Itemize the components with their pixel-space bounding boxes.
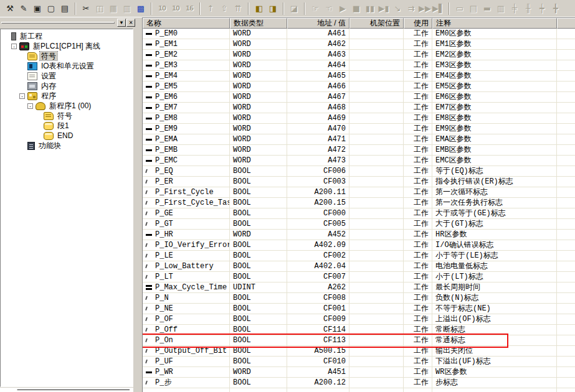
tree-item--[interactable]: 设置 bbox=[1, 71, 133, 81]
table-row[interactable]: P_EM4WORDA465工作EM4区参数 bbox=[143, 71, 575, 82]
data-type-cell: WORD bbox=[230, 367, 287, 378]
table-row[interactable]: P_First_CycleBOOLA200.11工作第一次循环标志 bbox=[143, 187, 575, 198]
usage-cell: 工作 bbox=[404, 166, 432, 177]
table-row[interactable]: P_EM1WORDA462工作EM1区参数 bbox=[143, 39, 575, 50]
symbol-name-cell: P_ER bbox=[143, 177, 230, 187]
properties-icon[interactable]: ▤ bbox=[58, 2, 72, 16]
binary-monitor-icon[interactable]: ▩ bbox=[134, 2, 148, 16]
dropdown-icon[interactable]: ▼ bbox=[117, 19, 126, 27]
spare-cell bbox=[557, 124, 575, 134]
symbol-type-icon bbox=[146, 371, 152, 373]
tree-item--[interactable]: 符号 bbox=[1, 51, 133, 61]
table-row[interactable]: P_IO_Verify_ErrorBOOLA402.09工作I/O确认错误标志 bbox=[143, 240, 575, 251]
data-type-cell: WORD bbox=[230, 50, 287, 60]
table-row[interactable]: P_EM5WORDA466工作EM5区参数 bbox=[143, 82, 575, 92]
address-cell: A473 bbox=[287, 156, 349, 166]
table-row[interactable]: P_EM0WORDA461工作EM0区参数 bbox=[143, 29, 575, 39]
column-header-机架位置[interactable]: 机架位置 bbox=[349, 18, 404, 29]
tree-item--[interactable]: 符号 bbox=[1, 111, 133, 121]
usage-cell: 工作 bbox=[404, 156, 432, 166]
symbol-type-icon bbox=[146, 54, 152, 56]
rack-cell bbox=[349, 378, 404, 388]
workspace-titlebar[interactable]: ▼ ✕ bbox=[0, 17, 136, 28]
column-header-名称[interactable]: 名称 bbox=[143, 18, 230, 29]
symbol-type-icon bbox=[146, 139, 152, 141]
table-row[interactable]: P_UFBOOLCF010工作下溢出(UF)标志 bbox=[143, 357, 575, 367]
column-header-数据类型[interactable]: 数据类型 bbox=[230, 18, 287, 29]
close-icon[interactable]: ✕ bbox=[126, 19, 135, 27]
table-row[interactable]: P_GTBOOLCF005工作大于(GT)标志 bbox=[143, 219, 575, 230]
symbol-name: P_ER bbox=[155, 177, 173, 187]
symbols-icon bbox=[27, 52, 37, 60]
column-header-使用[interactable]: 使用 bbox=[404, 18, 432, 29]
tree-item--[interactable]: -程序 bbox=[1, 91, 133, 101]
symbol-name: P_EM0 bbox=[155, 29, 178, 39]
project-tab[interactable] bbox=[25, 390, 130, 390]
tree-item--[interactable]: 内存 bbox=[1, 81, 133, 91]
tree-item-label: END bbox=[56, 131, 74, 140]
table-row[interactable]: P_NBOOLCF008工作负数(N)标志 bbox=[143, 293, 575, 304]
table-row[interactable]: P_HRWORDA452工作HR区参数 bbox=[143, 230, 575, 240]
table-row[interactable]: P_WRWORDA451工作WR区参数 bbox=[143, 367, 575, 378]
address-cell: CF002 bbox=[287, 251, 349, 261]
table-row[interactable]: P_EMCWORDA473工作EMC区参数 bbox=[143, 156, 575, 166]
symbol-name: P_Low_Battery bbox=[155, 261, 214, 271]
online-work-icon[interactable]: ◧ bbox=[252, 2, 266, 16]
table-row[interactable]: P_Low_BatteryBOOLA402.04工作电池电量低标志 bbox=[143, 261, 575, 272]
data-type-cell: UDINT bbox=[230, 282, 287, 293]
table-row[interactable]: P_步BOOLA200.12工作步标志 bbox=[143, 378, 575, 388]
tree-item-label: 内存 bbox=[40, 82, 57, 90]
table-row[interactable]: P_OffBOOLCF114工作常断标志 bbox=[143, 325, 575, 335]
expander-icon[interactable]: - bbox=[19, 93, 25, 99]
io-icon bbox=[27, 62, 37, 70]
table-row[interactable]: P_NEBOOLCF001工作不等于标志(NE) bbox=[143, 304, 575, 314]
table-row[interactable]: P_EM3WORDA464工作EM3区参数 bbox=[143, 60, 575, 71]
table-row[interactable]: P_Output_Off_BitBOOLA500.15工作输出关闭位 bbox=[143, 346, 575, 357]
move-up-icon: ↑ bbox=[204, 2, 217, 16]
column-header-地址 / 值[interactable]: 地址 / 值 bbox=[287, 18, 349, 29]
tree-item--1[interactable]: 段1 bbox=[1, 121, 133, 131]
symbol-type-icon bbox=[146, 44, 152, 45]
symbol-type-icon bbox=[145, 317, 148, 322]
table-row[interactable]: P_ERBOOLCF003工作指令执行错误(ER)标志 bbox=[143, 177, 575, 187]
table-row[interactable]: P_EM8WORDA469工作EM8区参数 bbox=[143, 113, 575, 124]
tree-item--[interactable]: 新工程 bbox=[1, 31, 133, 41]
copy-window-icon[interactable]: ▣ bbox=[31, 2, 44, 16]
symbol-name-cell: P_EMB bbox=[143, 145, 230, 156]
table-row[interactable]: P_EM7WORDA468工作EM7区参数 bbox=[143, 103, 575, 113]
expander-icon[interactable]: - bbox=[11, 44, 17, 49]
column-header-spare[interactable] bbox=[557, 18, 575, 29]
symbol-name: P_UF bbox=[155, 357, 173, 366]
table-row[interactable]: P_GEBOOLCF000工作大于或等于(GE)标志 bbox=[143, 208, 575, 219]
table-row[interactable]: P_EQBOOLCF006工作等于(EQ)标志 bbox=[143, 166, 575, 177]
cut-icon[interactable]: ✂ bbox=[79, 2, 93, 16]
tree-item-label: 设置 bbox=[40, 72, 57, 80]
table-row[interactable]: P_EM6WORDA467工作EM6区参数 bbox=[143, 92, 575, 103]
table-row[interactable]: P_First_Cycle_TaskBOOLA200.15工作第一次任务执行标志 bbox=[143, 198, 575, 208]
table-row[interactable]: P_OnBOOLCF113工作常通标志 bbox=[143, 335, 575, 346]
tree-item--1-00-[interactable]: -新程序1 (00) bbox=[1, 101, 133, 111]
table-row[interactable]: P_OFBOOLCF009工作上溢出(OF)标志 bbox=[143, 314, 575, 325]
insert-symbol-icon[interactable]: ⚒ bbox=[3, 2, 17, 16]
tree-item--[interactable]: 功能块 bbox=[1, 141, 133, 151]
window-icon[interactable]: ▢ bbox=[44, 2, 58, 16]
usage-cell: 工作 bbox=[404, 208, 432, 219]
table-row[interactable]: P_LEBOOLCF002工作小于等于(LE)标志 bbox=[143, 251, 575, 261]
tree-item--plc1-cp1h-[interactable]: -新PLC1[CP1H] 离线 bbox=[1, 41, 133, 51]
table-row[interactable]: P_EM9WORDA470工作EM9区参数 bbox=[143, 124, 575, 134]
empty-cell bbox=[349, 388, 404, 392]
table-row[interactable]: P_Max_Cycle_TimeUDINTA262工作最长周期时间 bbox=[143, 282, 575, 293]
tree-item-io-[interactable]: IO表和单元设置 bbox=[1, 61, 133, 71]
expander-icon[interactable]: - bbox=[27, 103, 33, 109]
tree-item-end[interactable]: END bbox=[1, 131, 133, 141]
table-row[interactable]: P_EMAWORDA471工作EMA区参数 bbox=[143, 134, 575, 145]
symbol-type-icon bbox=[145, 360, 148, 364]
tree-item-label: 新工程 bbox=[19, 32, 44, 40]
table-row[interactable]: P_LTBOOLCF007工作小于(LT)标志 bbox=[143, 272, 575, 282]
edit-symbol-icon[interactable]: ✎ bbox=[17, 2, 31, 16]
online-monitor-icon[interactable]: ◨ bbox=[266, 2, 280, 16]
column-header-注释[interactable]: 注释 bbox=[432, 18, 557, 29]
drag-grip[interactable] bbox=[1, 22, 115, 24]
table-row[interactable]: P_EM2WORDA463工作EM2区参数 bbox=[143, 50, 575, 60]
table-row[interactable]: P_EMBWORDA472工作EMB区参数 bbox=[143, 145, 575, 156]
